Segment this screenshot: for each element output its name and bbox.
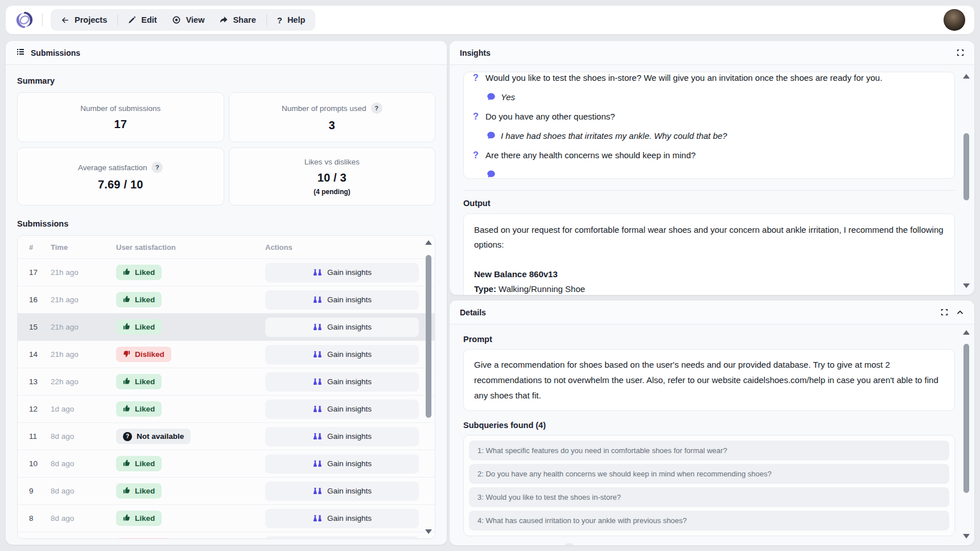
nav-button-label: Edit	[141, 15, 157, 24]
table-row[interactable]: 1421h agoDislikedGain insights	[18, 340, 435, 368]
table-row[interactable]: 118d ago?Not availableGain insights	[18, 422, 435, 450]
help-icon[interactable]: ?	[563, 543, 575, 545]
summary-cards: Number of submissions17Number of prompts…	[17, 92, 435, 205]
gain-insights-button[interactable]: Gain insights	[265, 290, 419, 310]
gain-insights-button[interactable]: Gain insights	[265, 509, 419, 528]
flask-icon	[312, 323, 322, 331]
scroll-thumb[interactable]	[426, 255, 431, 418]
satisfaction-badge: Liked	[116, 374, 162, 389]
table-row[interactable]: 121d agoLikedGain insights	[18, 395, 435, 422]
subqueries-box: 1: What specific features do you need in…	[463, 435, 955, 536]
expand-icon[interactable]	[957, 49, 964, 56]
details-scrollbar[interactable]	[963, 330, 970, 538]
submissions-table: # Time User satisfaction Actions 1721h a…	[17, 235, 435, 539]
flask-icon	[312, 296, 322, 303]
satisfaction-badge: Liked	[116, 511, 162, 526]
summary-card-label: Number of prompts used?	[282, 102, 382, 114]
nav-button-label: Help	[287, 15, 305, 24]
nav-button-edit[interactable]: Edit	[121, 11, 164, 28]
scroll-up-arrow[interactable]	[425, 240, 432, 245]
gain-insights-button[interactable]: Gain insights	[265, 345, 419, 364]
subquery-item: 1: What specific features do you need in…	[469, 441, 949, 460]
scroll-down-arrow[interactable]	[963, 534, 970, 538]
nav-button-projects[interactable]: Projects	[53, 11, 114, 28]
table-row[interactable]: 98d agoLikedGain insights	[18, 477, 435, 504]
scroll-thumb[interactable]	[963, 133, 969, 200]
table-row[interactable]: 1721h agoLikedGain insights	[18, 258, 435, 286]
list-icon	[16, 47, 25, 59]
scroll-up-arrow[interactable]	[963, 330, 970, 335]
question-icon: ?	[277, 15, 282, 25]
row-number: 10	[23, 459, 51, 468]
nav-button-help[interactable]: ?Help	[270, 11, 313, 28]
submissions-table-heading: Submissions	[17, 219, 435, 228]
thumbs-up-icon	[123, 295, 130, 305]
row-time: 8d ago	[51, 432, 116, 441]
subqueries-heading: Subqueries found (4)	[463, 421, 955, 430]
table-row[interactable]: 1322h agoLikedGain insights	[18, 368, 435, 395]
satisfaction-badge: Disliked	[116, 347, 171, 362]
gain-insights-button[interactable]: Gain insights	[265, 427, 419, 446]
satisfaction-badge: Liked	[116, 456, 162, 471]
chevron-up-icon[interactable]	[956, 309, 964, 316]
gain-insights-button[interactable]: Gain insights	[265, 482, 419, 501]
nav-button-label: Share	[233, 15, 256, 24]
gain-insights-button[interactable]: Gain insights	[265, 263, 419, 282]
section-divider	[463, 190, 955, 191]
table-scrollbar[interactable]	[425, 240, 432, 534]
row-number: 9	[23, 487, 51, 495]
panel-title: Insights	[460, 48, 491, 57]
help-icon[interactable]: ?	[371, 102, 382, 114]
row-time: 22h ago	[51, 377, 116, 386]
flask-icon	[312, 515, 322, 522]
help-icon[interactable]: ?	[151, 162, 163, 173]
gain-insights-button[interactable]: Gain insights	[265, 536, 419, 540]
column-header-actions: Actions	[265, 243, 419, 252]
thumbs-up-icon	[123, 487, 130, 496]
table-row[interactable]: 1621h agoLikedGain insights	[18, 286, 435, 313]
gain-insights-button[interactable]: Gain insights	[265, 372, 419, 392]
scroll-down-arrow[interactable]	[963, 283, 970, 288]
thumbs-up-icon	[123, 514, 130, 523]
share-icon	[219, 16, 228, 24]
thumbs-up-icon	[123, 459, 130, 468]
transcript-box[interactable]: ?Would you like to test the shoes in-sto…	[463, 72, 955, 179]
scroll-up-arrow[interactable]	[963, 74, 970, 79]
summary-card: Likes vs dislikes10 / 3(4 pending)	[229, 147, 436, 205]
table-row[interactable]: 108d agoLikedGain insights	[18, 450, 435, 477]
output-box: Based on your request for comfortable fo…	[463, 213, 955, 295]
nav-button-share[interactable]: Share	[212, 11, 263, 28]
gain-insights-button[interactable]: Gain insights	[265, 454, 419, 474]
scroll-down-arrow[interactable]	[425, 529, 432, 534]
user-avatar[interactable]	[944, 9, 965, 31]
expand-icon[interactable]	[941, 309, 948, 316]
row-number: 17	[23, 268, 51, 277]
output-heading: Output	[463, 199, 955, 208]
summary-card-value: 3	[329, 119, 335, 132]
gain-insights-button[interactable]: Gain insights	[265, 400, 419, 419]
nav-button-view[interactable]: View	[164, 11, 212, 28]
table-row[interactable]: 1521h agoLikedGain insights	[18, 313, 435, 340]
app-logo-icon[interactable]	[15, 10, 34, 30]
nav-group-divider	[266, 14, 267, 26]
summary-card-label: Number of submissions	[80, 104, 160, 113]
column-header-num: #	[23, 243, 51, 252]
insights-panel: Insights ?Would you like to test the sho…	[450, 41, 974, 295]
row-time: 8d ago	[51, 514, 116, 523]
pencil-icon	[128, 16, 136, 24]
table-row[interactable]: 88d agoLikedGain insights	[18, 504, 435, 532]
transcript-question: ?Would you like to test the shoes in-sto…	[473, 72, 945, 85]
submissions-table-body: 1721h agoLikedGain insights1621h agoLike…	[18, 258, 435, 539]
thumbs-down-icon	[123, 350, 130, 359]
output-product-name: New Balance 860v13	[474, 267, 944, 282]
scroll-thumb[interactable]	[963, 344, 969, 493]
row-number: 8	[23, 514, 51, 523]
thumbs-up-icon	[123, 377, 130, 386]
table-header-row: # Time User satisfaction Actions	[18, 236, 435, 258]
satisfaction-badge: Liked	[116, 319, 162, 335]
gain-insights-button[interactable]: Gain insights	[265, 318, 419, 337]
subquery-item: 4: What has caused irritation to your an…	[469, 511, 949, 531]
table-row[interactable]: DislikedGain insights	[18, 532, 435, 539]
summary-card-value: 17	[114, 118, 127, 131]
insights-scrollbar[interactable]	[963, 74, 970, 288]
